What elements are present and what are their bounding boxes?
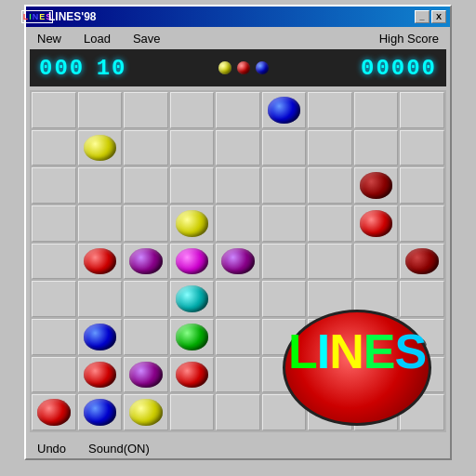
bottom-bar: Undo Sound(ON) [26,436,450,460]
ball-darkred [360,172,393,199]
grid-cell[interactable] [308,205,352,242]
grid-cell[interactable] [400,92,444,128]
next-ball-2 [237,61,250,74]
grid-cell[interactable] [32,130,76,166]
grid-cell[interactable] [32,319,76,355]
grid-cell[interactable] [124,205,168,242]
sound-button[interactable]: Sound(ON) [85,440,153,457]
grid-cell[interactable] [170,319,215,355]
grid-cell[interactable] [170,167,215,204]
title-buttons: _ X [415,10,446,23]
grid-cell[interactable] [262,244,307,280]
high-score-display: 00000 [361,56,437,81]
grid-cell[interactable] [262,205,307,242]
close-button[interactable]: X [431,10,446,23]
grid-cell[interactable] [78,205,123,242]
grid-cell[interactable] [216,244,260,280]
ball-darkred [405,248,439,275]
grid-cell[interactable] [170,205,215,242]
grid-cell[interactable] [308,92,352,128]
ball-blue [268,97,301,124]
grid-cell[interactable] [124,130,168,166]
ball-yellow [84,135,117,162]
grid-cell[interactable] [32,205,76,242]
grid-cell[interactable] [124,319,168,355]
grid-cell[interactable] [124,281,168,317]
grid-cell[interactable] [216,92,260,128]
ball-magenta [176,248,209,275]
grid-cell[interactable] [124,167,168,204]
grid-cell[interactable] [170,92,215,128]
ball-blue [84,399,117,426]
grid-cell[interactable] [32,281,76,317]
grid-cell[interactable] [216,319,260,355]
logo-text: LINES [283,324,431,379]
grid-cell[interactable] [78,244,123,280]
grid-cell[interactable] [216,205,260,242]
grid-cell[interactable] [32,92,76,128]
title-bar: L I N E S LINES'98 _ X [26,7,450,27]
grid-cell[interactable] [354,205,399,242]
grid-cell[interactable] [216,130,260,166]
grid-cell[interactable] [78,167,123,204]
menu-load[interactable]: Load [80,30,114,47]
grid-cell[interactable] [78,394,123,430]
ball-purple [129,362,163,389]
next-balls-container [218,61,269,74]
grid-cell[interactable] [400,244,444,280]
grid-cell[interactable] [354,244,399,280]
grid-cell[interactable] [32,244,76,280]
current-score-display: 000 10 [39,56,126,81]
ball-red [37,399,71,426]
menu-bar: New Load Save High Score [26,27,450,49]
grid-cell[interactable] [78,281,123,317]
grid-cell[interactable] [354,92,399,128]
grid-cell[interactable] [400,205,444,242]
grid-cell[interactable] [124,394,168,430]
grid-cell[interactable] [32,357,76,393]
window-title: LINES'98 [48,10,97,23]
logo-letter-i: I [317,324,329,378]
undo-button[interactable]: Undo [33,440,70,457]
grid-cell[interactable] [78,357,123,393]
grid-cell[interactable] [308,167,352,204]
lines-logo: LINES LINES [283,310,441,430]
grid-cell[interactable] [308,130,352,166]
grid-cell[interactable] [216,394,260,430]
grid-cell[interactable] [32,394,76,430]
grid-cell[interactable] [124,357,168,393]
grid-cell[interactable] [78,92,123,128]
grid-cell[interactable] [216,167,260,204]
grid-cell[interactable] [170,281,215,317]
menu-save[interactable]: Save [129,30,165,47]
ball-red [360,210,393,237]
grid-cell[interactable] [354,167,399,204]
grid-cell[interactable] [400,130,444,166]
grid-cell[interactable] [354,130,399,166]
grid-cell[interactable] [124,92,168,128]
grid-cell[interactable] [78,130,123,166]
grid-cell[interactable] [170,130,215,166]
grid-cell[interactable] [262,92,307,128]
ball-red [84,248,117,275]
grid-cell[interactable] [216,281,260,317]
grid-cell[interactable] [400,167,444,204]
grid-cell[interactable] [170,394,215,430]
ball-blue [84,324,117,350]
grid-cell[interactable] [262,130,307,166]
grid-cell[interactable] [78,319,123,355]
grid-cell[interactable] [32,167,76,204]
grid-cell[interactable] [308,244,352,280]
grid-cell[interactable] [262,167,307,204]
minimize-button[interactable]: _ [415,10,430,23]
grid-cell[interactable] [170,357,215,393]
ball-yellow [176,210,209,237]
ball-cyan [176,285,209,312]
grid-cell[interactable] [124,244,168,280]
grid-cell[interactable] [170,244,215,280]
ball-red [176,362,209,389]
grid-cell[interactable] [216,357,260,393]
ball-red [84,362,117,389]
menu-new[interactable]: New [33,30,65,47]
menu-high-score[interactable]: High Score [376,30,443,47]
